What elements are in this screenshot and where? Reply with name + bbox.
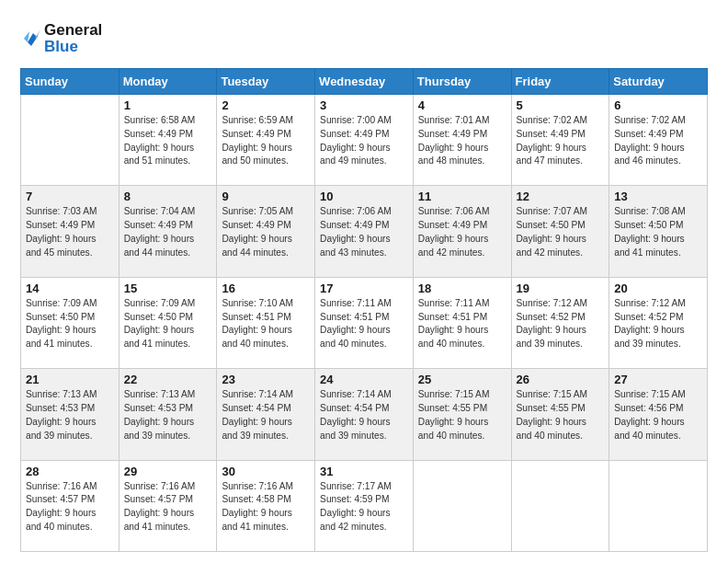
- calendar-day-cell: [413, 460, 511, 551]
- day-info: Sunrise: 7:17 AM Sunset: 4:59 PM Dayligh…: [320, 480, 408, 534]
- calendar-week-row: 28Sunrise: 7:16 AM Sunset: 4:57 PM Dayli…: [21, 460, 708, 551]
- calendar-day-cell: 5Sunrise: 7:02 AM Sunset: 4:49 PM Daylig…: [511, 95, 609, 186]
- calendar-week-row: 1Sunrise: 6:58 AM Sunset: 4:49 PM Daylig…: [21, 95, 708, 186]
- day-info: Sunrise: 7:00 AM Sunset: 4:49 PM Dayligh…: [320, 114, 408, 168]
- day-number: 7: [26, 190, 114, 203]
- calendar-week-row: 14Sunrise: 7:09 AM Sunset: 4:50 PM Dayli…: [21, 277, 708, 368]
- calendar-day-cell: 26Sunrise: 7:15 AM Sunset: 4:55 PM Dayli…: [511, 369, 609, 460]
- calendar-day-cell: 17Sunrise: 7:11 AM Sunset: 4:51 PM Dayli…: [315, 277, 414, 368]
- day-info: Sunrise: 7:14 AM Sunset: 4:54 PM Dayligh…: [320, 388, 408, 442]
- svg-text:General: General: [44, 21, 102, 39]
- calendar-header-cell: Thursday: [413, 69, 511, 95]
- calendar-day-cell: 8Sunrise: 7:04 AM Sunset: 4:49 PM Daylig…: [119, 186, 217, 277]
- day-number: 16: [222, 282, 310, 295]
- calendar-day-cell: 7Sunrise: 7:03 AM Sunset: 4:49 PM Daylig…: [21, 186, 119, 277]
- day-number: 4: [418, 98, 506, 112]
- day-number: 28: [26, 465, 114, 478]
- day-number: 5: [517, 98, 605, 112]
- day-info: Sunrise: 7:14 AM Sunset: 4:54 PM Dayligh…: [222, 388, 310, 442]
- calendar-day-cell: 24Sunrise: 7:14 AM Sunset: 4:54 PM Dayli…: [315, 369, 414, 460]
- header: General Blue: [20, 17, 708, 59]
- day-number: 6: [614, 98, 702, 112]
- day-number: 31: [320, 465, 408, 478]
- day-number: 24: [320, 373, 408, 386]
- day-number: 1: [124, 98, 212, 112]
- calendar-table: SundayMondayTuesdayWednesdayThursdayFrid…: [20, 68, 708, 552]
- calendar-day-cell: 6Sunrise: 7:02 AM Sunset: 4:49 PM Daylig…: [609, 95, 708, 186]
- svg-marker-2: [28, 29, 40, 46]
- calendar-day-cell: 9Sunrise: 7:05 AM Sunset: 4:49 PM Daylig…: [217, 186, 315, 277]
- day-info: Sunrise: 7:15 AM Sunset: 4:56 PM Dayligh…: [614, 388, 702, 442]
- day-number: 2: [222, 98, 310, 112]
- calendar-day-cell: 3Sunrise: 7:00 AM Sunset: 4:49 PM Daylig…: [315, 95, 414, 186]
- day-info: Sunrise: 7:13 AM Sunset: 4:53 PM Dayligh…: [26, 388, 114, 442]
- day-number: 11: [418, 190, 506, 203]
- day-number: 15: [124, 282, 212, 295]
- calendar-header-cell: Saturday: [609, 69, 708, 95]
- day-info: Sunrise: 7:06 AM Sunset: 4:49 PM Dayligh…: [320, 205, 408, 259]
- day-number: 30: [222, 465, 310, 478]
- calendar-day-cell: 12Sunrise: 7:07 AM Sunset: 4:50 PM Dayli…: [511, 186, 609, 277]
- day-info: Sunrise: 7:12 AM Sunset: 4:52 PM Dayligh…: [614, 297, 702, 351]
- calendar-day-cell: 15Sunrise: 7:09 AM Sunset: 4:50 PM Dayli…: [119, 277, 217, 368]
- calendar-day-cell: 10Sunrise: 7:06 AM Sunset: 4:49 PM Dayli…: [315, 186, 414, 277]
- day-info: Sunrise: 7:03 AM Sunset: 4:49 PM Dayligh…: [26, 205, 114, 259]
- day-number: 23: [222, 373, 310, 386]
- calendar-day-cell: 31Sunrise: 7:17 AM Sunset: 4:59 PM Dayli…: [315, 460, 414, 551]
- day-info: Sunrise: 7:11 AM Sunset: 4:51 PM Dayligh…: [418, 297, 506, 351]
- calendar-day-cell: 30Sunrise: 7:16 AM Sunset: 4:58 PM Dayli…: [217, 460, 315, 551]
- calendar-day-cell: 23Sunrise: 7:14 AM Sunset: 4:54 PM Dayli…: [217, 369, 315, 460]
- calendar-day-cell: 14Sunrise: 7:09 AM Sunset: 4:50 PM Dayli…: [21, 277, 119, 368]
- calendar-day-cell: 29Sunrise: 7:16 AM Sunset: 4:57 PM Dayli…: [119, 460, 217, 551]
- day-info: Sunrise: 7:01 AM Sunset: 4:49 PM Dayligh…: [418, 114, 506, 168]
- calendar-header-cell: Sunday: [21, 69, 119, 95]
- calendar-header-cell: Wednesday: [315, 69, 414, 95]
- day-number: 26: [517, 373, 605, 386]
- day-info: Sunrise: 7:06 AM Sunset: 4:49 PM Dayligh…: [418, 205, 506, 259]
- day-info: Sunrise: 7:15 AM Sunset: 4:55 PM Dayligh…: [517, 388, 605, 442]
- calendar-day-cell: 21Sunrise: 7:13 AM Sunset: 4:53 PM Dayli…: [21, 369, 119, 460]
- day-info: Sunrise: 7:09 AM Sunset: 4:50 PM Dayligh…: [26, 297, 114, 351]
- day-info: Sunrise: 7:10 AM Sunset: 4:51 PM Dayligh…: [222, 297, 310, 351]
- calendar-day-cell: [609, 460, 708, 551]
- calendar-day-cell: 27Sunrise: 7:15 AM Sunset: 4:56 PM Dayli…: [609, 369, 708, 460]
- calendar-day-cell: 4Sunrise: 7:01 AM Sunset: 4:49 PM Daylig…: [413, 95, 511, 186]
- svg-text:Blue: Blue: [44, 38, 78, 55]
- calendar-day-cell: 18Sunrise: 7:11 AM Sunset: 4:51 PM Dayli…: [413, 277, 511, 368]
- page: General Blue SundayMondayTuesdayWednesda…: [0, 0, 728, 563]
- day-number: 25: [418, 373, 506, 386]
- day-number: 20: [614, 282, 702, 295]
- logo: General Blue: [20, 17, 103, 59]
- day-number: 27: [614, 373, 702, 386]
- day-info: Sunrise: 7:13 AM Sunset: 4:53 PM Dayligh…: [124, 388, 212, 442]
- calendar-day-cell: 20Sunrise: 7:12 AM Sunset: 4:52 PM Dayli…: [609, 277, 708, 368]
- day-info: Sunrise: 7:11 AM Sunset: 4:51 PM Dayligh…: [320, 297, 408, 351]
- day-number: 3: [320, 98, 408, 112]
- day-info: Sunrise: 7:07 AM Sunset: 4:50 PM Dayligh…: [517, 205, 605, 259]
- calendar-header-cell: Friday: [511, 69, 609, 95]
- day-number: 13: [614, 190, 702, 203]
- day-number: 17: [320, 282, 408, 295]
- day-info: Sunrise: 7:02 AM Sunset: 4:49 PM Dayligh…: [614, 114, 702, 168]
- calendar-day-cell: 19Sunrise: 7:12 AM Sunset: 4:52 PM Dayli…: [511, 277, 609, 368]
- calendar-day-cell: [21, 95, 119, 186]
- calendar-header-row: SundayMondayTuesdayWednesdayThursdayFrid…: [21, 69, 708, 95]
- calendar-body: 1Sunrise: 6:58 AM Sunset: 4:49 PM Daylig…: [21, 95, 708, 552]
- day-number: 12: [517, 190, 605, 203]
- calendar-day-cell: 13Sunrise: 7:08 AM Sunset: 4:50 PM Dayli…: [609, 186, 708, 277]
- day-number: 18: [418, 282, 506, 295]
- day-info: Sunrise: 7:16 AM Sunset: 4:58 PM Dayligh…: [222, 480, 310, 534]
- calendar-week-row: 21Sunrise: 7:13 AM Sunset: 4:53 PM Dayli…: [21, 369, 708, 460]
- day-number: 29: [124, 465, 212, 478]
- calendar-header-cell: Tuesday: [217, 69, 315, 95]
- day-info: Sunrise: 7:02 AM Sunset: 4:49 PM Dayligh…: [517, 114, 605, 168]
- calendar-day-cell: 11Sunrise: 7:06 AM Sunset: 4:49 PM Dayli…: [413, 186, 511, 277]
- calendar-day-cell: 16Sunrise: 7:10 AM Sunset: 4:51 PM Dayli…: [217, 277, 315, 368]
- day-info: Sunrise: 7:12 AM Sunset: 4:52 PM Dayligh…: [517, 297, 605, 351]
- day-info: Sunrise: 7:16 AM Sunset: 4:57 PM Dayligh…: [124, 480, 212, 534]
- day-number: 22: [124, 373, 212, 386]
- calendar-day-cell: 22Sunrise: 7:13 AM Sunset: 4:53 PM Dayli…: [119, 369, 217, 460]
- calendar-header-cell: Monday: [119, 69, 217, 95]
- day-number: 21: [26, 373, 114, 386]
- day-number: 8: [124, 190, 212, 203]
